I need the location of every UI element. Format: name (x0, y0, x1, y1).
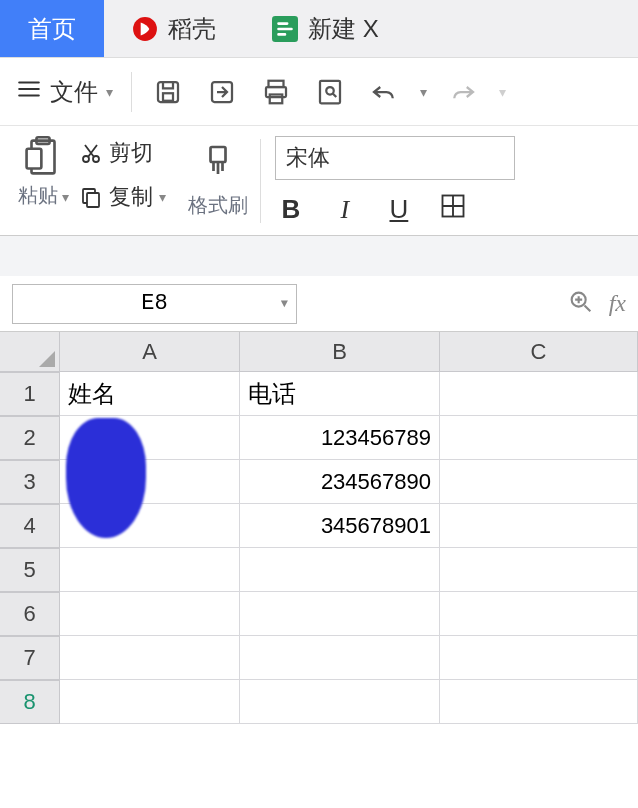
col-header-C[interactable]: C (440, 332, 638, 372)
copy-label: 复制 (109, 182, 153, 212)
clipboard-group: 粘贴 ▾ 剪切 复制 ▾ (0, 126, 176, 235)
font-name-select[interactable]: 宋体 (275, 136, 515, 180)
formula-bar: E8 ▼ fx (0, 276, 638, 332)
svg-rect-17 (210, 147, 225, 162)
copy-button[interactable]: 复制 ▾ (79, 182, 166, 212)
cell-B1[interactable]: 电话 (240, 372, 440, 416)
select-all-corner[interactable] (0, 332, 60, 372)
tab-new-sheet[interactable]: 新建 X (244, 0, 407, 57)
redo-button[interactable] (445, 74, 481, 110)
name-box-value: E8 (141, 291, 167, 316)
svg-rect-8 (320, 80, 340, 103)
row-header[interactable]: 3 (0, 460, 60, 504)
col-header-A[interactable]: A (60, 332, 240, 372)
cell-B7[interactable] (240, 636, 440, 680)
separator (131, 72, 132, 112)
font-name-value: 宋体 (286, 145, 330, 170)
undo-button[interactable] (366, 74, 402, 110)
cell-A2[interactable] (60, 416, 240, 460)
cell-B2[interactable]: 123456789 (240, 416, 440, 460)
svg-rect-2 (158, 82, 178, 102)
row-header[interactable]: 6 (0, 592, 60, 636)
borders-button[interactable] (437, 192, 469, 227)
cell-C4[interactable] (440, 504, 638, 548)
print-preview-button[interactable] (312, 74, 348, 110)
tab-docer-label: 稻壳 (168, 13, 216, 45)
row-header[interactable]: 5 (0, 548, 60, 592)
svg-rect-16 (87, 193, 99, 207)
tab-new-label: 新建 X (308, 13, 379, 45)
cell-A7[interactable] (60, 636, 240, 680)
format-painter-button[interactable]: 格式刷 (176, 126, 260, 235)
cell-C3[interactable] (440, 460, 638, 504)
underline-button[interactable]: U (383, 194, 415, 225)
cell-C7[interactable] (440, 636, 638, 680)
cut-label: 剪切 (109, 138, 153, 168)
gap (0, 236, 638, 276)
row-header[interactable]: 4 (0, 504, 60, 548)
cell-C8[interactable] (440, 680, 638, 724)
col-header-B[interactable]: B (240, 332, 440, 372)
row-header[interactable]: 2 (0, 416, 60, 460)
cell-A1[interactable]: 姓名 (60, 372, 240, 416)
redo-dropdown[interactable]: ▾ (499, 84, 506, 100)
svg-rect-7 (270, 94, 283, 103)
svg-rect-12 (27, 149, 42, 169)
text-format-row: B I U (275, 192, 624, 227)
bold-button[interactable]: B (275, 194, 307, 225)
spreadsheet-icon (272, 16, 298, 42)
chevron-down-icon: ▼ (281, 297, 288, 311)
hamburger-icon (16, 76, 42, 108)
docer-icon (132, 16, 158, 42)
paste-button[interactable]: 粘贴 ▾ (18, 134, 69, 209)
copy-dropdown-icon: ▾ (159, 189, 166, 205)
toolbar-ribbon: 粘贴 ▾ 剪切 复制 ▾ 格式刷 宋体 B I U (0, 126, 638, 236)
italic-button[interactable]: I (329, 195, 361, 225)
chevron-down-icon: ▾ (106, 84, 113, 100)
cut-button[interactable]: 剪切 (79, 138, 166, 168)
save-button[interactable] (150, 74, 186, 110)
tab-home[interactable]: 首页 (0, 0, 104, 57)
file-menu[interactable]: 文件 ▾ (16, 76, 113, 108)
cell-C2[interactable] (440, 416, 638, 460)
export-button[interactable] (204, 74, 240, 110)
app-tabs: 首页 稻壳 新建 X (0, 0, 638, 58)
tab-docer[interactable]: 稻壳 (104, 0, 244, 57)
cell-B3[interactable]: 234567890 (240, 460, 440, 504)
cell-B8[interactable] (240, 680, 440, 724)
cell-A8[interactable] (60, 680, 240, 724)
cell-C6[interactable] (440, 592, 638, 636)
toolbar-top: 文件 ▾ ▾ ▾ (0, 58, 638, 126)
zoom-icon[interactable] (567, 288, 595, 320)
file-menu-label: 文件 (50, 76, 98, 108)
cell-C1[interactable] (440, 372, 638, 416)
row-header[interactable]: 7 (0, 636, 60, 680)
name-box[interactable]: E8 ▼ (12, 284, 297, 324)
row-header[interactable]: 8 (0, 680, 60, 724)
spreadsheet-grid[interactable]: A B C 1 姓名 电话 2 123456789 3 234567890 4 … (0, 332, 638, 724)
print-button[interactable] (258, 74, 294, 110)
cell-C5[interactable] (440, 548, 638, 592)
paste-label: 粘贴 ▾ (18, 182, 69, 209)
cell-B4[interactable]: 345678901 (240, 504, 440, 548)
format-painter-label: 格式刷 (188, 192, 248, 219)
cell-B5[interactable] (240, 548, 440, 592)
cell-A6[interactable] (60, 592, 240, 636)
fx-button[interactable]: fx (609, 290, 626, 317)
undo-dropdown[interactable]: ▾ (420, 84, 427, 100)
cell-A5[interactable] (60, 548, 240, 592)
cell-B6[interactable] (240, 592, 440, 636)
font-group: 宋体 B I U (261, 126, 638, 235)
row-header[interactable]: 1 (0, 372, 60, 416)
svg-rect-3 (163, 93, 173, 101)
tab-home-label: 首页 (28, 13, 76, 45)
